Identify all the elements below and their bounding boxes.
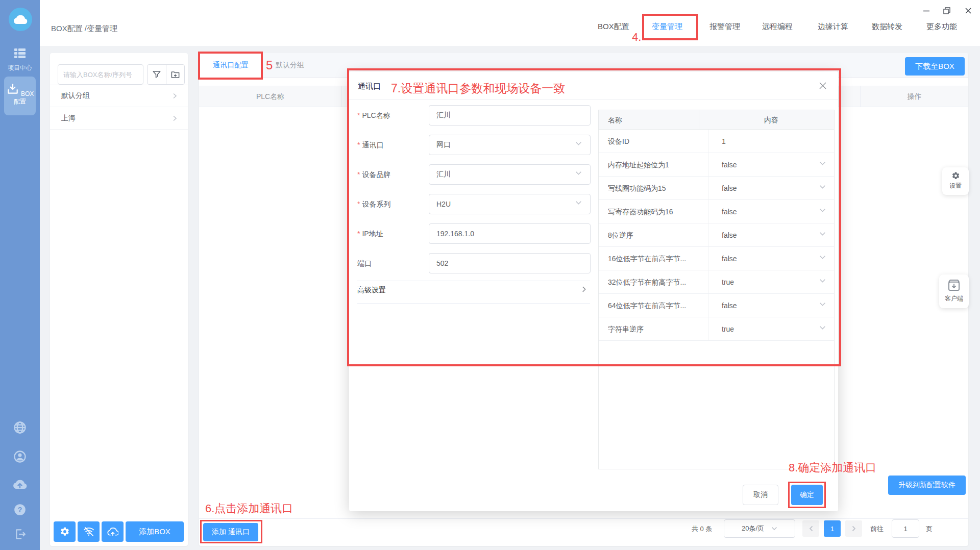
cancel-button[interactable]: 取消 (743, 485, 778, 505)
close-icon[interactable] (818, 81, 828, 91)
gear-icon (951, 171, 960, 180)
divider (357, 281, 590, 281)
sidebar-item-account[interactable] (0, 449, 40, 466)
chevron-down-icon[interactable] (819, 255, 826, 260)
cloud-logo-icon (13, 14, 28, 25)
add-comm-port-button[interactable]: 添加 通讯口 (203, 523, 258, 541)
nav-variable-management[interactable]: 变量管理 (652, 22, 682, 32)
advanced-settings-toggle[interactable]: 高级设置 (357, 286, 386, 295)
sidebar-item-box-config[interactable]: BOX配置 (4, 77, 36, 115)
upgrade-config-software-button[interactable]: 升级到新配置软件 (888, 476, 966, 495)
download-to-box-button[interactable]: 下载至BOX (905, 57, 965, 76)
breadcrumb: BOX配置 /变量管理 (51, 24, 117, 34)
nav-data-forwarding[interactable]: 数据转发 (872, 22, 902, 32)
field-label: PLC名称 (362, 111, 390, 119)
minimize-button[interactable] (921, 5, 932, 16)
required-mark: * (357, 200, 360, 208)
restore-button[interactable] (941, 5, 952, 16)
page-1-button[interactable]: 1 (824, 520, 841, 537)
app-logo[interactable] (9, 8, 32, 31)
confirm-button[interactable]: 确定 (791, 485, 823, 505)
nav-alarm-management[interactable]: 报警管理 (709, 22, 740, 32)
page-size-value: 20条/页 (742, 524, 764, 533)
column-action: 操作 (860, 86, 968, 107)
param-row-string-reverse: 字符串逆序 true (599, 317, 834, 341)
tab-comm-port-config[interactable]: 通讯口配置 (200, 53, 261, 78)
add-group-button[interactable] (166, 65, 185, 84)
param-row-8bit-reverse: 8位逆序 false (599, 223, 834, 247)
tab-default-group[interactable]: 默认分组 (276, 53, 304, 78)
nav-more-functions[interactable]: 更多功能 (926, 22, 957, 32)
sidebar-item-language[interactable] (0, 420, 40, 437)
folder-plus-icon (170, 70, 180, 80)
float-settings-label: 设置 (942, 182, 969, 190)
wifi-off-button[interactable] (78, 521, 100, 542)
float-client-button[interactable]: 客户端 (939, 274, 969, 308)
chevron-down-icon[interactable] (819, 161, 826, 166)
field-label: 设备系列 (362, 200, 390, 208)
chevron-right-icon (172, 115, 178, 121)
filter-button[interactable] (148, 65, 166, 84)
port-input[interactable] (429, 253, 591, 273)
comm-port-dialog: 通讯口 *PLC名称 *通讯口 *设备品牌 *设备系列 *IP地址 端口 高级设… (349, 71, 838, 511)
device-brand-select[interactable] (429, 164, 591, 185)
exit-icon (13, 528, 27, 541)
chevron-down-icon[interactable] (819, 232, 826, 236)
settings-button[interactable] (54, 521, 76, 542)
float-settings-button[interactable]: 设置 (942, 167, 969, 195)
chevron-down-icon[interactable] (819, 326, 826, 330)
wifi-off-icon (83, 527, 94, 537)
sidebar-item-project-center[interactable]: 项目中心 (0, 47, 40, 72)
globe-icon (13, 420, 27, 435)
svg-text:?: ? (18, 506, 22, 514)
sidebar-item-cloud-sync[interactable] (0, 478, 40, 493)
group-item-default[interactable]: 默认分组 (50, 85, 188, 107)
page-unit-label: 页 (926, 524, 933, 534)
chevron-down-icon (575, 201, 582, 205)
chevron-down-icon (771, 527, 777, 531)
field-label: 端口 (357, 259, 372, 267)
search-input[interactable] (58, 64, 143, 85)
param-row-device-id: 设备ID 1 (599, 130, 834, 153)
sidebar: 项目中心 BOX配置 (0, 0, 40, 550)
ip-address-input[interactable] (429, 223, 591, 244)
sidebar-item-logout[interactable] (0, 528, 40, 543)
float-client-label: 客户端 (939, 294, 969, 303)
gear-icon (60, 527, 70, 537)
divider (357, 303, 590, 304)
chevron-down-icon[interactable] (819, 302, 826, 307)
sidebar-item-help[interactable]: ? (0, 503, 40, 518)
next-page-button[interactable] (845, 520, 862, 537)
chevron-down-icon[interactable] (819, 185, 826, 189)
device-series-select[interactable] (429, 194, 591, 214)
param-row-64bit-order: 64位低字节在前高字节... false (599, 294, 834, 317)
dialog-header: 通讯口 (349, 71, 838, 99)
goto-page-input[interactable] (892, 519, 919, 538)
params-table: 名称 内容 设备ID 1 内存地址起始位为1 false 写线圈功能码为15 f… (598, 110, 835, 469)
page-size-select[interactable]: 20条/页 (724, 519, 795, 538)
project-center-icon (13, 47, 27, 59)
column-plc-name: PLC名称 (199, 86, 342, 107)
nav-edge-computing[interactable]: 边缘计算 (818, 22, 848, 32)
required-mark: * (357, 141, 360, 149)
plc-name-input[interactable] (429, 105, 591, 126)
add-box-button[interactable]: 添加BOX (126, 521, 184, 542)
prev-page-button[interactable] (802, 520, 819, 537)
list-toolbar (147, 64, 185, 85)
topbar: BOX配置 /变量管理 BOX配置 变量管理 报警管理 远程编程 边缘计算 数据… (40, 0, 980, 46)
close-window-button[interactable] (963, 5, 974, 16)
chevron-down-icon[interactable] (819, 208, 826, 213)
nav-box-config[interactable]: BOX配置 (598, 22, 629, 32)
group-item-shanghai[interactable]: 上海 (50, 107, 188, 130)
field-label: 设备品牌 (362, 170, 390, 179)
funnel-icon (152, 70, 161, 79)
required-mark: * (357, 170, 360, 179)
user-icon (13, 449, 27, 464)
cloud-upload-button[interactable] (102, 521, 124, 542)
column-name: 名称 (599, 110, 699, 130)
chevron-down-icon[interactable] (819, 279, 826, 283)
comm-port-select[interactable] (429, 135, 591, 155)
field-label: IP地址 (362, 230, 383, 238)
nav-remote-programming[interactable]: 远程编程 (762, 22, 793, 32)
chevron-down-icon (575, 141, 582, 146)
